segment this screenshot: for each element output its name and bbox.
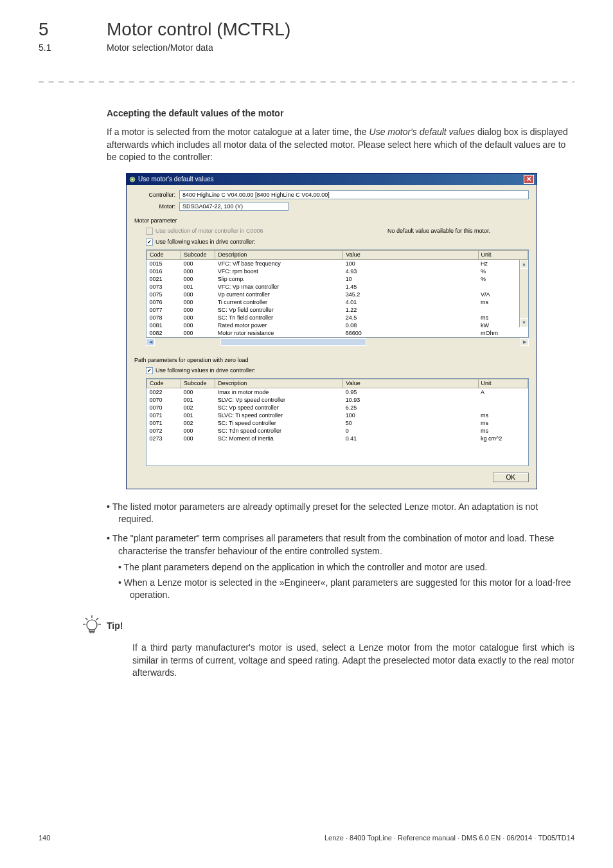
table-row[interactable]: 0015000VFC: V/f base frequency100Hz <box>147 259 528 267</box>
table-row[interactable]: 0081000Rated motor power0.08kW <box>147 321 528 329</box>
cell-code <box>147 458 181 466</box>
page-footer: 140 Lenze · 8400 TopLine · Reference man… <box>39 834 574 842</box>
cell-val: 10 <box>343 275 478 283</box>
table-row[interactable] <box>147 450 528 458</box>
ok-button[interactable]: OK <box>493 473 529 482</box>
cell-val: 24.5 <box>343 314 478 321</box>
table-row[interactable]: 0070001SLVC: Vp speed controller10.93 <box>147 396 528 404</box>
scroll-left-icon[interactable]: ◀ <box>146 338 155 346</box>
th2-description[interactable]: Description <box>215 379 343 388</box>
table-row[interactable]: 0273000SC: Moment of inertia0.41kg cm^2 <box>147 435 528 442</box>
cell-desc: VFC: rpm boost <box>215 267 343 275</box>
table-row[interactable]: 0077000SC: Vp field controller1.22 <box>147 306 528 314</box>
th-unit[interactable]: Unit <box>478 250 528 259</box>
table-row[interactable]: 0072000SC: Tdn speed controller0ms <box>147 427 528 435</box>
checkbox-use-values-2-label: Use following values in drive controller… <box>155 367 256 374</box>
scrollbar-vertical[interactable]: ▲ ▼ <box>519 260 528 327</box>
table-row[interactable]: 0082000Motor rotor resistance86600mOhm <box>147 329 528 337</box>
table-row[interactable]: 0071002SC: Ti speed controller50ms <box>147 419 528 427</box>
cell-sub: 000 <box>181 427 215 435</box>
th2-unit[interactable]: Unit <box>478 379 528 388</box>
cell-desc <box>215 450 343 458</box>
cell-desc: VFC: Vp Imax controller <box>215 283 343 291</box>
para-text-1: If a motor is selected from the motor ca… <box>107 127 369 137</box>
cell-val: 6.25 <box>343 404 478 411</box>
table-row[interactable]: 0078000SC: Tn field controller24.5ms <box>147 314 528 321</box>
motor-param-table: Code Subcode Description Value Unit 0015… <box>147 250 528 337</box>
table-row[interactable] <box>147 442 528 450</box>
close-button[interactable]: ✕ <box>524 175 534 184</box>
cell-desc: SC: Tn field controller <box>215 314 343 321</box>
cell-code: 0081 <box>147 321 181 329</box>
cell-code: 0071 <box>147 419 181 427</box>
motor-field[interactable] <box>179 202 289 211</box>
cell-val <box>343 450 478 458</box>
cell-unit <box>478 396 528 404</box>
section-number: 5.1 <box>39 42 107 53</box>
th2-code[interactable]: Code <box>147 379 181 388</box>
bullet-2b: When a Lenze motor is selected in the »E… <box>118 577 574 602</box>
default-values-dialog: Use motor's default values ✕ Controller:… <box>126 173 537 489</box>
chapter-header: 5 Motor control (MCTRL) <box>39 19 574 40</box>
motor-param-table-wrap: Code Subcode Description Value Unit 0015… <box>146 249 529 338</box>
th-description[interactable]: Description <box>215 250 343 259</box>
table-row[interactable]: 0071001SLVC: Ti speed controller100ms <box>147 411 528 419</box>
cell-desc: Vp current controller <box>215 291 343 298</box>
cell-code <box>147 442 181 450</box>
scroll-up-icon[interactable]: ▲ <box>520 260 528 269</box>
close-icon: ✕ <box>526 176 531 183</box>
cell-code: 0075 <box>147 291 181 298</box>
no-default-text: No default value available for this moto… <box>387 228 529 234</box>
table-row[interactable]: 0075000Vp current controller345.2V/A <box>147 291 528 298</box>
cell-val <box>343 442 478 450</box>
cell-val: 100 <box>343 259 478 267</box>
th2-value[interactable]: Value <box>343 379 478 388</box>
cell-code: 0022 <box>147 388 181 396</box>
motor-parameter-label: Motor parameter <box>134 217 529 224</box>
gear-icon <box>129 176 136 183</box>
cell-val: 0 <box>343 427 478 435</box>
cell-desc <box>215 442 343 450</box>
cell-desc: VFC: V/f base frequency <box>215 259 343 267</box>
th-value[interactable]: Value <box>343 250 478 259</box>
tip-label: Tip! <box>107 620 123 631</box>
th2-subcode[interactable]: Subcode <box>181 379 215 388</box>
cell-desc: SC: Vp speed controller <box>215 404 343 411</box>
table-row[interactable]: 0076000Ti current controller4.01ms <box>147 298 528 306</box>
cell-desc <box>215 458 343 466</box>
path-param-table: Code Subcode Description Value Unit 0022… <box>147 379 528 466</box>
table-row[interactable]: 0022000Imax in motor mode0.95A <box>147 388 528 396</box>
cell-code: 0016 <box>147 267 181 275</box>
cell-val: 100 <box>343 411 478 419</box>
scroll-down-icon[interactable]: ▼ <box>520 318 528 327</box>
subsection-heading: Accepting the default values of the moto… <box>107 108 574 118</box>
cell-code: 0076 <box>147 298 181 306</box>
cell-sub: 000 <box>181 435 215 442</box>
cell-desc: SC: Moment of inertia <box>215 435 343 442</box>
cell-code: 0073 <box>147 283 181 291</box>
cell-unit <box>478 450 528 458</box>
cell-sub: 001 <box>181 283 215 291</box>
table-row[interactable]: 0021000Slip comp.10% <box>147 275 528 283</box>
lightbulb-icon <box>81 615 103 637</box>
cell-val: 86600 <box>343 329 478 337</box>
th-subcode[interactable]: Subcode <box>181 250 215 259</box>
motor-label: Motor: <box>134 203 179 210</box>
th-code[interactable]: Code <box>147 250 181 259</box>
cell-unit: ms <box>478 411 528 419</box>
scroll-thumb[interactable] <box>220 338 366 346</box>
cell-unit <box>478 404 528 411</box>
scroll-right-icon[interactable]: ▶ <box>520 338 529 346</box>
checkbox-c0006 <box>146 228 153 235</box>
dialog-titlebar[interactable]: Use motor's default values ✕ <box>127 174 537 185</box>
table-row[interactable]: 0070002SC: Vp speed controller6.25 <box>147 404 528 411</box>
checkbox-use-values-1[interactable]: ✔ <box>146 239 153 246</box>
cell-sub: 001 <box>181 411 215 419</box>
controller-field[interactable] <box>179 190 529 199</box>
scrollbar-horizontal[interactable]: ◀ ▶ <box>146 338 529 347</box>
table-row[interactable]: 0073001VFC: Vp Imax controller1.45 <box>147 283 528 291</box>
checkbox-use-values-2[interactable]: ✔ <box>146 367 153 374</box>
page-number: 140 <box>39 834 50 842</box>
table-row[interactable]: 0016000VFC: rpm boost4.93% <box>147 267 528 275</box>
table-row[interactable] <box>147 458 528 466</box>
